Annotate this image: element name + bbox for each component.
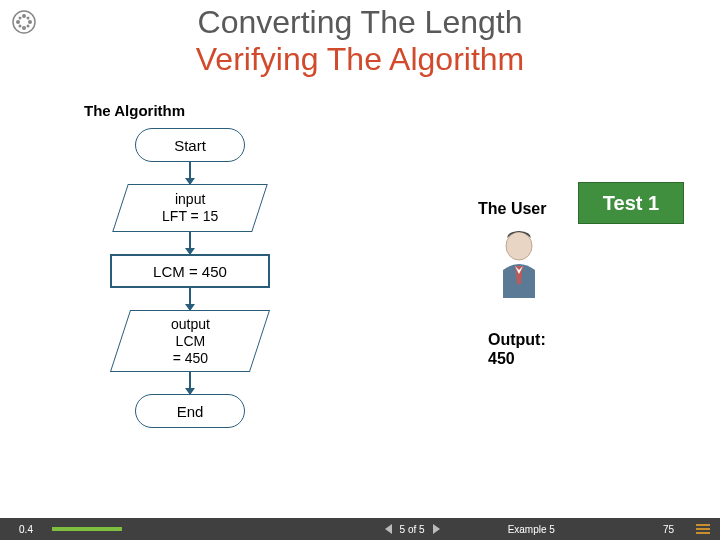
flow-end: End <box>135 394 245 428</box>
svg-point-9 <box>506 232 532 260</box>
title-line2: Verifying The Algorithm <box>0 41 720 78</box>
page-number: 75 <box>663 524 674 535</box>
flow-end-label: End <box>177 403 204 420</box>
test-badge: Test 1 <box>578 182 684 224</box>
flow-input-label: input <box>162 191 218 208</box>
output-block: Output: 450 <box>488 330 546 368</box>
next-button[interactable] <box>433 524 440 534</box>
svg-point-1 <box>22 14 26 18</box>
prev-button[interactable] <box>385 524 392 534</box>
title-block: Converting The Length Verifying The Algo… <box>0 0 720 78</box>
flow-input: input LFT = 15 <box>112 184 268 232</box>
svg-point-2 <box>22 26 26 30</box>
svg-point-3 <box>16 20 20 24</box>
version-label: 0.4 <box>0 524 52 535</box>
logo <box>12 10 36 34</box>
footer-nav: 5 of 5 Example 5 75 <box>385 524 710 535</box>
flow-input-value: LFT = 15 <box>162 208 218 225</box>
output-label: Output: <box>488 330 546 349</box>
flow-process: LCM = 450 <box>110 254 270 288</box>
progress-bar <box>52 527 122 531</box>
flow-start-label: Start <box>174 137 206 154</box>
flowchart: Start input LFT = 15 LCM = 450 output LC… <box>90 128 290 428</box>
flow-arrow <box>189 232 191 254</box>
flow-arrow <box>189 162 191 184</box>
user-label: The User <box>478 200 546 218</box>
flow-start: Start <box>135 128 245 162</box>
title-line1: Converting The Length <box>0 4 720 41</box>
footer-bar: 0.4 5 of 5 Example 5 75 <box>0 518 720 540</box>
flow-output: output LCM = 450 <box>110 310 270 372</box>
svg-point-5 <box>19 17 22 20</box>
output-value: 450 <box>488 349 546 368</box>
flow-output-value1: LCM <box>171 333 210 350</box>
svg-point-8 <box>27 25 30 28</box>
section-label: The Algorithm <box>84 102 185 119</box>
flow-arrow <box>189 372 191 394</box>
svg-point-4 <box>28 20 32 24</box>
flow-process-label: LCM = 450 <box>153 263 227 280</box>
svg-point-7 <box>19 25 22 28</box>
svg-point-6 <box>27 17 30 20</box>
page-indicator: 5 of 5 <box>400 524 425 535</box>
flow-output-value2: = 450 <box>171 349 210 366</box>
flow-arrow <box>189 288 191 310</box>
menu-icon[interactable] <box>696 524 710 534</box>
example-label: Example 5 <box>508 524 555 535</box>
flow-output-label: output <box>171 316 210 333</box>
user-avatar-icon <box>493 228 545 300</box>
